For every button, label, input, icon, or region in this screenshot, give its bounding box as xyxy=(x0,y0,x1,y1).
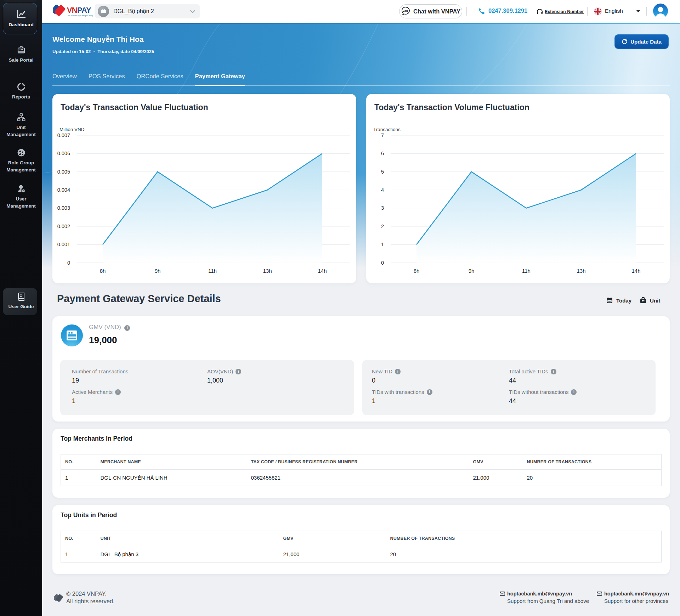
svg-text:0.001: 0.001 xyxy=(57,242,70,247)
svg-text:Thẻ của các ngân hàng tin dùng: Thẻ của các ngân hàng tin dùng xyxy=(67,15,93,17)
svg-text:VN: VN xyxy=(67,6,77,15)
svg-text:9h: 9h xyxy=(469,268,475,274)
svg-text:PAY: PAY xyxy=(77,6,91,15)
svg-text:14h: 14h xyxy=(631,268,640,274)
svg-text:2: 2 xyxy=(381,224,384,229)
svg-text:14h: 14h xyxy=(318,268,327,274)
svg-text:Million VND: Million VND xyxy=(60,127,85,132)
svg-text:5: 5 xyxy=(381,169,384,175)
svg-text:13h: 13h xyxy=(577,268,585,274)
svg-text:Transactions: Transactions xyxy=(373,127,401,132)
svg-text:0.004: 0.004 xyxy=(57,187,70,193)
svg-text:9h: 9h xyxy=(155,268,161,274)
svg-text:4: 4 xyxy=(381,187,384,193)
svg-text:13h: 13h xyxy=(263,268,272,274)
svg-text:3: 3 xyxy=(381,205,384,211)
svg-text:0.003: 0.003 xyxy=(57,205,70,211)
svg-text:0: 0 xyxy=(381,260,384,266)
svg-text:1: 1 xyxy=(381,242,384,247)
svg-text:0.006: 0.006 xyxy=(57,151,70,156)
svg-text:11h: 11h xyxy=(208,268,217,274)
svg-text:8h: 8h xyxy=(414,268,420,274)
svg-text:7: 7 xyxy=(381,132,384,138)
svg-text:0: 0 xyxy=(67,260,70,266)
svg-text:0.007: 0.007 xyxy=(57,132,70,138)
svg-text:8h: 8h xyxy=(100,268,106,274)
svg-text:6: 6 xyxy=(381,151,384,156)
svg-text:0.002: 0.002 xyxy=(57,224,70,229)
svg-text:0.005: 0.005 xyxy=(57,169,70,175)
svg-text:Zalo: Zalo xyxy=(403,9,409,12)
svg-text:11h: 11h xyxy=(522,268,531,274)
